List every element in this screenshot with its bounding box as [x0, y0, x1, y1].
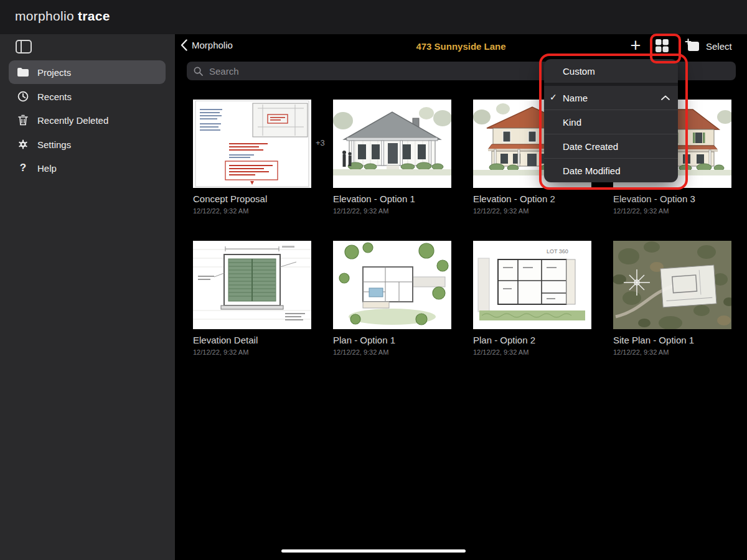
project-name: Concept Proposal: [193, 194, 311, 204]
brand-light: morpholio: [15, 9, 74, 23]
trash-icon: [17, 114, 29, 126]
panel-icon: [16, 40, 32, 54]
select-button[interactable]: Select: [706, 41, 732, 52]
menu-item-date-modified[interactable]: Date Modified: [544, 158, 678, 182]
project-name: Elevation - Option 1: [333, 194, 451, 204]
sidebar-item-label: Projects: [37, 67, 71, 78]
folder-icon: [17, 67, 29, 77]
project-name: Site Plan - Option 1: [613, 335, 731, 345]
brand-bold: trace: [78, 9, 110, 23]
project-thumbnail: [193, 241, 311, 329]
project-date: 12/12/22, 9:32 AM: [333, 348, 451, 356]
menu-item-label: Name: [563, 93, 588, 103]
project-thumbnail: [193, 100, 311, 188]
project-date: 12/12/22, 9:32 AM: [613, 348, 731, 356]
clock-icon: [17, 91, 29, 102]
gear-icon: [17, 139, 29, 150]
project-date: 12/12/22, 9:32 AM: [193, 348, 311, 356]
sidebar-item-label: Recently Deleted: [37, 115, 108, 126]
project-thumbnail: LOT 360: [473, 241, 591, 329]
menu-item-name[interactable]: ✓ Name: [544, 83, 678, 110]
menu-item-label: Kind: [563, 117, 581, 128]
sidebar-item-label: Help: [37, 163, 57, 174]
project-date: 12/12/22, 9:32 AM: [333, 207, 451, 215]
sidebar-item-label: Recents: [37, 91, 72, 102]
project-card-elevation-detail[interactable]: Elevation Detail 12/12/22, 9:32 AM: [193, 241, 311, 356]
project-thumbnail: [333, 241, 451, 329]
project-card-plan-2[interactable]: LOT 360 Plan - Option 2 12/12/22, 9:32 A…: [473, 241, 591, 356]
project-card-plan-1[interactable]: Plan - Option 1 12/12/22, 9:32 AM: [333, 241, 451, 356]
menu-item-label: Date Modified: [563, 166, 621, 176]
stack-count-badge: +3: [316, 138, 325, 147]
view-options-button[interactable]: [655, 39, 669, 55]
sidebar-item-help[interactable]: ? Help: [9, 156, 166, 180]
sidebar-item-projects[interactable]: Projects: [9, 60, 166, 84]
project-name: Plan - Option 2: [473, 335, 591, 345]
app-bar: morpholio trace: [0, 0, 747, 34]
project-thumbnail: [613, 241, 731, 329]
chevron-up-icon: [661, 95, 670, 100]
sidebar-item-recents[interactable]: Recents: [9, 85, 166, 108]
menu-item-kind[interactable]: Kind: [544, 110, 678, 134]
project-name: Elevation Detail: [193, 335, 311, 345]
sidebar-item-label: Settings: [37, 139, 71, 150]
menu-item-label: Custom: [563, 66, 595, 77]
menu-item-date-created[interactable]: Date Created: [544, 134, 678, 158]
app-logo: morpholio trace: [15, 9, 110, 24]
search-icon: [194, 67, 203, 76]
sidebar-toggle-icon[interactable]: [16, 39, 34, 55]
add-button[interactable]: +: [626, 35, 645, 56]
project-date: 12/12/22, 9:32 AM: [473, 348, 591, 356]
project-date: 12/12/22, 9:32 AM: [613, 207, 731, 215]
project-date: 12/12/22, 9:32 AM: [193, 207, 311, 215]
project-card-site-plan-1[interactable]: Site Plan - Option 1 12/12/22, 9:32 AM: [613, 241, 731, 356]
question-icon: ?: [17, 162, 29, 174]
menu-item-label: Date Created: [563, 141, 618, 152]
project-name: Elevation - Option 2: [473, 194, 591, 204]
project-card-concept-proposal[interactable]: +3 Concept Proposal 12/12/22, 9:32 AM: [193, 100, 311, 215]
select-icon[interactable]: [685, 39, 700, 55]
sort-menu: Custom ✓ Name Kind Date Created Date Mod…: [544, 59, 678, 182]
project-name: Plan - Option 1: [333, 335, 451, 345]
sidebar-item-settings[interactable]: Settings: [9, 133, 166, 156]
menu-item-custom[interactable]: Custom: [544, 59, 678, 83]
grid-icon: [655, 39, 669, 53]
project-name: Elevation - Option 3: [613, 194, 731, 204]
project-card-elevation-1[interactable]: Elevation - Option 1 12/12/22, 9:32 AM: [333, 100, 451, 215]
check-icon: ✓: [550, 92, 557, 102]
sidebar-item-recently-deleted[interactable]: Recently Deleted: [9, 108, 166, 132]
home-indicator[interactable]: [281, 549, 466, 553]
project-thumbnail: [333, 100, 451, 188]
thumb-lot-label: LOT 360: [547, 248, 568, 254]
project-date: 12/12/22, 9:32 AM: [473, 207, 591, 215]
